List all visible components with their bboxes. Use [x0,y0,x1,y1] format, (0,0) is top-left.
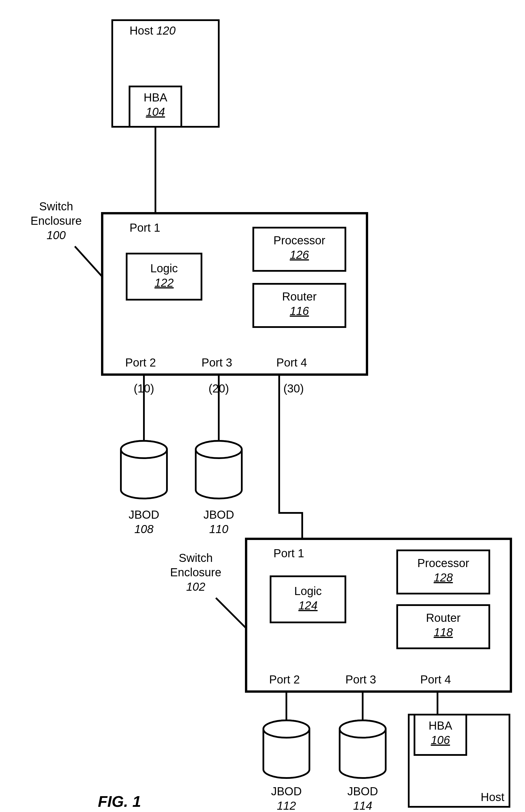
svg-point-40 [264,720,310,738]
link-p4-switch2 [279,375,302,539]
switch-enclosure-102: Port 1 Logic 124 Processor 128 Router 11… [246,539,511,692]
svg-text:Logic: Logic [150,262,178,275]
jbod-108: JBOD 108 [121,441,167,535]
svg-text:116: 116 [290,305,309,317]
e1-port3-label: Port 3 [201,356,232,369]
svg-text:Router: Router [282,290,317,303]
e2-port1-label: Port 1 [273,547,304,560]
svg-text:Enclosure: Enclosure [170,566,221,579]
host-title: Host [130,24,153,37]
hba-title: HBA [144,91,167,104]
hba-104: HBA 104 [130,86,181,127]
svg-text:110: 110 [209,523,228,535]
jbod-114: JBOD 114 [340,720,386,812]
processor-128: Processor 128 [397,550,489,594]
e2-port3-label: Port 3 [345,673,376,686]
svg-text:124: 124 [299,599,318,612]
svg-text:106: 106 [431,734,450,746]
svg-line-28 [216,598,246,628]
svg-text:HBA: HBA [429,719,452,732]
svg-text:112: 112 [277,799,296,812]
svg-text:108: 108 [134,523,154,535]
jbod-110: JBOD 110 [196,441,242,535]
svg-text:118: 118 [434,626,453,639]
svg-text:102: 102 [186,580,206,593]
host-ref: 120 [156,24,176,37]
logic-122: Logic 122 [126,253,201,300]
svg-point-18 [121,441,167,458]
svg-point-22 [196,441,242,458]
e1-port2-label: Port 2 [125,356,156,369]
host-2: HBA 106 Host [409,715,509,807]
svg-text:JBOD: JBOD [271,785,302,798]
svg-text:Switch: Switch [179,552,213,564]
svg-text:JBOD: JBOD [347,785,378,798]
host2-label: Host [481,791,504,803]
svg-text:Switch: Switch [39,200,73,213]
hba-106: HBA 106 [415,715,466,755]
router-118: Router 118 [397,605,489,648]
svg-text:Router: Router [426,611,461,624]
switch-enclosure-102-label: Switch Enclosure 102 [170,552,246,628]
router-116: Router 116 [253,284,345,327]
svg-text:JBOD: JBOD [129,508,160,521]
svg-text:114: 114 [353,799,373,812]
diagram-canvas: Host 120 HBA 104 Switch Enclosure 100 Po… [0,0,525,812]
svg-line-6 [75,246,102,277]
e2-port2-label: Port 2 [269,673,300,686]
figure-label: FIG. 1 [98,793,141,810]
jbod-112: JBOD 112 [264,720,310,812]
svg-text:Logic: Logic [294,585,322,597]
svg-text:128: 128 [434,571,453,584]
svg-text:Processor: Processor [417,557,469,569]
svg-text:100: 100 [47,229,66,242]
processor-126: Processor 126 [253,228,345,271]
switch-enclosure-100-label: Switch Enclosure 100 [30,200,102,277]
svg-text:Processor: Processor [273,234,325,247]
e1-port4-num: (30) [283,382,304,395]
hba-ref: 104 [146,105,165,118]
svg-text:126: 126 [290,248,309,261]
e2-port4-label: Port 4 [420,673,451,686]
e1-port4-label: Port 4 [276,356,307,369]
switch-enclosure-100: Port 1 Logic 122 Processor 126 Router 11… [102,213,367,375]
svg-text:122: 122 [154,276,174,289]
e1-port1-label: Port 1 [130,221,160,234]
svg-text:Host 120: Host 120 [130,24,176,37]
svg-text:Enclosure: Enclosure [30,214,82,227]
svg-point-44 [340,720,386,738]
svg-text:JBOD: JBOD [204,508,234,521]
host-120: Host 120 HBA 104 [112,20,219,127]
logic-124: Logic 124 [271,576,345,622]
